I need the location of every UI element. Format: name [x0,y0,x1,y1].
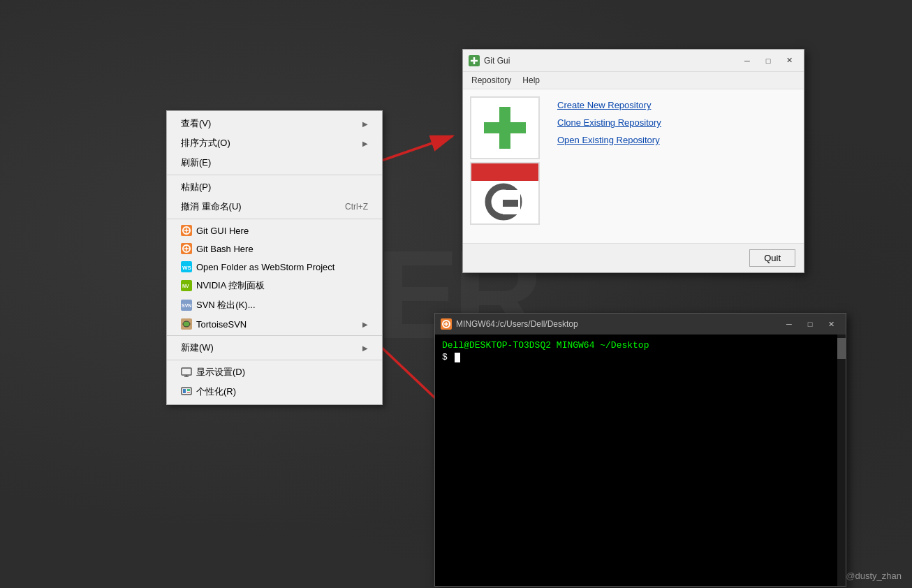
svg-rect-20 [183,389,186,393]
menu-item-display-label: 显示设置(D) [196,366,245,378]
menu-item-new-label: 新建(W) [181,341,214,354]
git-red-bar [471,163,538,181]
menu-item-svn-label: SVN 检出(K)... [196,299,256,311]
menu-arrow-new: ▶ [362,344,368,352]
menu-item-display[interactable]: 显示设置(D) [167,362,382,382]
tortoise-icon [181,318,192,330]
git-plus-logo [470,96,540,159]
open-existing-repo-link[interactable]: Open Existing Repository [557,135,797,145]
menu-item-view-label: 查看(V) [181,117,211,130]
terminal-maximize[interactable]: □ [801,317,819,331]
menubar-repository[interactable]: Repository [466,73,517,87]
svg-text:WS: WS [182,265,192,271]
nvidia-icon: NV [181,280,192,291]
terminal-close[interactable]: ✕ [822,317,840,331]
display-icon [181,367,192,378]
git-gui-controls: ─ □ ✕ [738,54,798,68]
menu-item-sort[interactable]: 排序方式(O) ▶ [167,133,382,153]
git-gui-minimize[interactable]: ─ [738,54,756,68]
menu-item-tortoise[interactable]: TortoiseSVN ▶ [167,315,382,333]
git-logo-area [470,96,547,236]
menu-item-refresh[interactable]: 刷新(E) [167,153,382,172]
menu-item-tortoise-label: TortoiseSVN [196,319,247,330]
menu-item-paste[interactable]: 粘贴(P) [167,177,382,197]
svg-rect-21 [187,389,190,391]
menu-item-view[interactable]: 查看(V) ▶ [167,114,382,133]
git-plus-vertical [499,107,510,149]
git-plus-shape [484,107,526,149]
svg-text:NV: NV [182,284,189,288]
scrollbar-thumb [837,338,846,359]
menu-item-webstorm[interactable]: WS Open Folder as WebStorm Project [167,258,382,276]
webstorm-icon: WS [181,261,192,272]
git-gui-titlebar: Git Gui ─ □ ✕ [463,50,804,72]
git-gui-title-text: Git Gui [484,56,510,66]
git-gui-menubar: Repository Help [463,72,804,89]
menubar-help[interactable]: Help [517,73,545,87]
menu-item-nvidia[interactable]: NV NVIDIA 控制面板 [167,276,382,295]
separator-3 [167,335,382,336]
menu-item-paste-label: 粘贴(P) [181,181,211,193]
menu-item-undo-label: 撤消 重命名(U) [181,200,242,213]
terminal-prompt: $ [442,352,448,362]
menu-arrow-tortoise: ▶ [362,321,368,328]
separator-1 [167,175,382,175]
git-g-area [471,181,538,223]
terminal-line-1: Dell@DESKTOP-TO3DSQ2 MINGW64 ~/Desktop [442,340,839,351]
menu-item-git-gui[interactable]: Git GUI Here [167,221,382,240]
terminal-user: Dell@DESKTOP-TO3DSQ2 MINGW64 ~/Desktop [442,340,649,351]
git-bash-icon [181,243,192,254]
svg-point-15 [183,321,190,327]
git-gui-footer: Quit [463,243,804,272]
menu-item-git-gui-label: Git GUI Here [196,226,249,236]
git-gui-body: Create New Repository Clone Existing Rep… [463,89,804,243]
menu-item-undo-rename[interactable]: 撤消 重命名(U) Ctrl+Z [167,197,382,216]
personalize-icon [181,386,192,397]
svg-rect-22 [187,392,190,393]
git-gui-icon [181,225,192,236]
git-gui-maximize[interactable]: □ [759,54,777,68]
create-new-repo-link[interactable]: Create New Repository [557,100,797,110]
separator-2 [167,219,382,219]
svn-icon: SVN [181,300,192,311]
context-menu: 查看(V) ▶ 排序方式(O) ▶ 刷新(E) 粘贴(P) 撤消 重命名(U) … [166,110,383,405]
menu-arrow-sort: ▶ [362,140,368,147]
menu-item-webstorm-label: Open Folder as WebStorm Project [196,262,334,272]
menu-item-git-bash[interactable]: Git Bash Here [167,240,382,258]
menu-item-new[interactable]: 新建(W) ▶ [167,338,382,358]
git-gui-window: Git Gui ─ □ ✕ Repository Help [462,49,804,273]
separator-4 [167,360,382,360]
terminal-title-icon [441,318,452,330]
menu-item-nvidia-label: NVIDIA 控制面板 [196,279,265,292]
git-gui-title-icon [469,55,480,66]
menu-arrow-view: ▶ [362,120,368,128]
svg-text:SVN: SVN [182,303,191,308]
terminal-minimize[interactable]: ─ [780,317,798,331]
terminal-title-text: MINGW64:/c/Users/Dell/Desktop [456,319,578,329]
svg-rect-16 [182,368,191,375]
repo-links-area: Create New Repository Clone Existing Rep… [557,96,797,236]
menu-item-personalize-label: 个性化(R) [196,385,236,398]
menu-item-refresh-label: 刷新(E) [181,156,211,169]
git-g-svg [484,183,526,221]
menu-item-sort-label: 排序方式(O) [181,137,230,149]
terminal-controls: ─ □ ✕ [780,317,840,331]
terminal-window: MINGW64:/c/Users/Dell/Desktop ─ □ ✕ Dell… [434,313,846,587]
clone-existing-repo-link[interactable]: Clone Existing Repository [557,117,797,128]
terminal-cursor [455,353,460,362]
git-gui-title-left: Git Gui [469,55,510,66]
git-gui-close[interactable]: ✕ [780,54,798,68]
undo-shortcut: Ctrl+Z [345,202,368,212]
quit-button[interactable]: Quit [749,249,795,267]
menu-item-personalize[interactable]: 个性化(R) [167,382,382,402]
menu-item-git-bash-label: Git Bash Here [196,244,253,254]
terminal-title-left: MINGW64:/c/Users/Dell/Desktop [441,318,578,330]
terminal-titlebar: MINGW64:/c/Users/Dell/Desktop ─ □ ✕ [435,314,846,335]
svg-rect-28 [503,200,518,207]
terminal-line-2: $ [442,352,839,362]
git-g-logo [470,162,540,225]
menu-item-svn[interactable]: SVN SVN 检出(K)... [167,295,382,315]
terminal-scrollbar[interactable] [837,335,846,586]
terminal-body[interactable]: Dell@DESKTOP-TO3DSQ2 MINGW64 ~/Desktop $ [435,335,846,586]
